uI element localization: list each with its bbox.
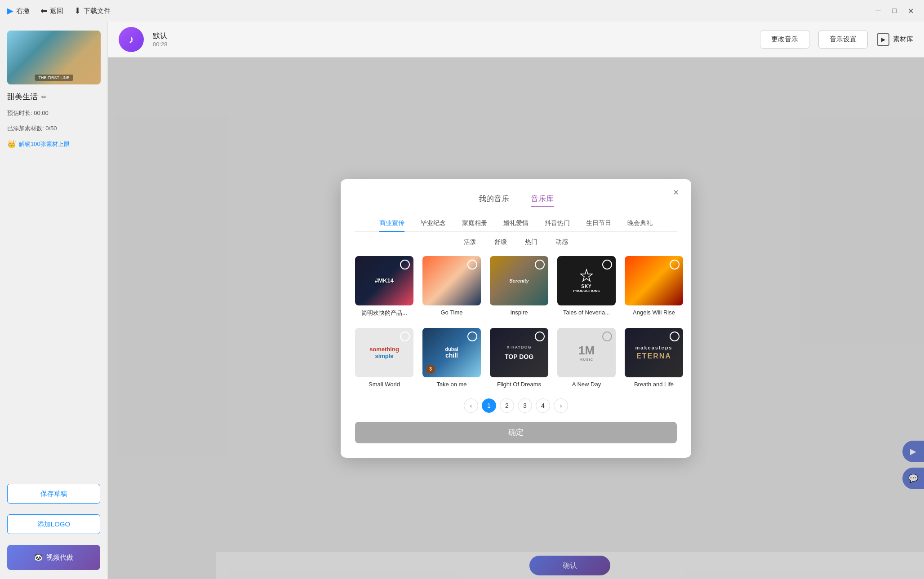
cover-8: X·RAYDOG TOP DOG	[490, 328, 548, 377]
confirm-button[interactable]: 确定	[355, 422, 677, 443]
music-icon-circle: ♪	[119, 27, 144, 52]
change-music-button[interactable]: 更改音乐	[760, 31, 809, 49]
sub-tab-hot[interactable]: 热门	[516, 235, 546, 249]
tab-music-lib[interactable]: 音乐库	[531, 194, 554, 207]
save-draft-button[interactable]: 保存草稿	[7, 484, 100, 504]
track-title-10: Breath and Life	[625, 381, 683, 388]
top-header: ♪ 默认 00:28 更改音乐 音乐设置 ▶ 素材库	[108, 22, 924, 57]
music-card-7[interactable]: dubai chill 3 Take on me	[422, 328, 481, 388]
radio-4[interactable]	[602, 260, 612, 270]
duration-label: 预估时长:	[7, 110, 32, 116]
video-agent-label: 视频代做	[46, 553, 73, 562]
next-page-button[interactable]: ›	[554, 398, 568, 413]
maximize-button[interactable]: □	[888, 4, 901, 17]
minimize-button[interactable]: ─	[872, 4, 884, 17]
cover-5	[625, 256, 683, 305]
radio-8[interactable]	[535, 331, 545, 341]
main-area: ♪ 默认 00:28 更改音乐 音乐设置 ▶ 素材库 ×	[108, 22, 924, 579]
material-lib-button[interactable]: ▶ 素材库	[877, 33, 913, 46]
track-title-1: 简明欢快的产品...	[355, 309, 413, 317]
music-settings-button[interactable]: 音乐设置	[818, 31, 868, 49]
material-lib-label: 素材库	[893, 35, 913, 44]
track-title-8: Flight Of Dreams	[490, 381, 548, 388]
thumbnail: THE FIRST LINE	[7, 31, 101, 84]
music-card-10[interactable]: makeasteps ETERNA Breath and Life	[625, 328, 683, 388]
sub-tab-soothing[interactable]: 舒缓	[485, 235, 516, 249]
cat-tab-tiktok[interactable]: 抖音热门	[537, 216, 578, 231]
cover-1: #MK14	[355, 256, 413, 305]
track-title-2: Go Time	[422, 309, 481, 316]
cover-2	[422, 256, 481, 305]
radio-2[interactable]	[467, 260, 477, 270]
music-card-1[interactable]: #MK14 简明欢快的产品...	[355, 256, 413, 317]
pagination: ‹ 1 2 3 4 ›	[355, 398, 677, 413]
cat-tab-graduation[interactable]: 毕业纪念	[413, 216, 454, 231]
page-2-button[interactable]: 2	[500, 398, 514, 413]
track-title-5: Angels Will Rise	[625, 309, 683, 316]
unlock-label: 解锁100张素材上限	[19, 140, 70, 148]
material-lib-icon: ▶	[877, 33, 889, 46]
cat-tab-family[interactable]: 家庭相册	[454, 216, 495, 231]
prev-page-button[interactable]: ‹	[464, 398, 478, 413]
radio-5[interactable]	[670, 260, 680, 270]
panda-icon: 🐼	[34, 553, 43, 561]
cat-tab-gala[interactable]: 晚会典礼	[619, 216, 661, 231]
window-controls: ─ □ ✕	[872, 4, 917, 17]
back-btn[interactable]: ⬅ 返回	[40, 6, 63, 16]
righthanded-btn[interactable]: ▶ 右撇	[7, 6, 30, 16]
video-agent-button[interactable]: 🐼 视频代做	[7, 545, 100, 570]
cat-tab-wedding[interactable]: 婚礼爱情	[495, 216, 537, 231]
back-label: 返回	[50, 7, 63, 15]
thumbnail-label: THE FIRST LINE	[35, 75, 73, 81]
cat-tab-birthday[interactable]: 生日节日	[578, 216, 619, 231]
download-btn[interactable]: ⬇ 下载文件	[74, 6, 111, 16]
music-grid-row1: #MK14 简明欢快的产品... Go Time	[355, 256, 677, 317]
modal-close-button[interactable]: ×	[670, 186, 682, 199]
music-card-3[interactable]: Serenity Inspire	[490, 256, 548, 317]
play-icon: ▶	[7, 6, 13, 16]
music-card-4[interactable]: SKY PRODUCTIONS Tales of Neverla...	[557, 256, 616, 317]
track-title-6: Small World	[355, 381, 413, 388]
music-card-9[interactable]: 1M MUSIC A New Day	[557, 328, 616, 388]
radio-6[interactable]	[400, 331, 410, 341]
edit-icon[interactable]: ✏	[41, 93, 47, 101]
righthanded-label: 右撇	[16, 7, 30, 15]
duration-value: 00:00	[34, 110, 49, 116]
back-icon: ⬅	[40, 6, 47, 16]
radio-3[interactable]	[535, 260, 545, 270]
music-grid-row2: something simple Small World dubai	[355, 328, 677, 388]
cat-tab-business[interactable]: 商业宣传	[371, 216, 413, 231]
radio-7[interactable]	[467, 331, 477, 341]
add-logo-button[interactable]: 添加LOGO	[7, 514, 100, 534]
page-4-button[interactable]: 4	[536, 398, 550, 413]
unlock-row[interactable]: 👑 解锁100张素材上限	[7, 140, 100, 148]
music-modal: × 我的音乐 音乐库 商业宣传 毕业纪念 家庭相册 婚礼爱情 抖音热门 生	[341, 179, 691, 458]
category-tabs: 商业宣传 毕业纪念 家庭相册 婚礼爱情 抖音热门 生日节日 晚会典礼	[355, 216, 677, 232]
cover-3: Serenity	[490, 256, 548, 305]
page-1-button[interactable]: 1	[482, 398, 496, 413]
music-info: 默认 00:28	[153, 31, 168, 48]
content-area: × 我的音乐 音乐库 商业宣传 毕业纪念 家庭相册 婚礼爱情 抖音热门 生	[108, 57, 924, 579]
sub-tab-lively[interactable]: 活泼	[455, 235, 485, 249]
count-info: 已添加素材数: 0/50	[7, 124, 100, 133]
radio-9[interactable]	[602, 331, 612, 341]
duration-info: 预估时长: 00:00	[7, 109, 100, 117]
music-card-8[interactable]: X·RAYDOG TOP DOG Flight Of Dreams	[490, 328, 548, 388]
track-title-3: Inspire	[490, 309, 548, 316]
tab-my-music[interactable]: 我的音乐	[479, 194, 509, 207]
sidebar: THE FIRST LINE 甜美生活 ✏ 预估时长: 00:00 已添加素材数…	[0, 22, 108, 579]
music-card-6[interactable]: something simple Small World	[355, 328, 413, 388]
music-card-5[interactable]: Angels Will Rise	[625, 256, 683, 317]
title-bar: ▶ 右撇 ⬅ 返回 ⬇ 下载文件 ─ □ ✕	[0, 0, 924, 22]
music-card-2[interactable]: Go Time	[422, 256, 481, 317]
count-value: 0/50	[45, 125, 57, 132]
sub-tab-dynamic[interactable]: 动感	[546, 235, 577, 249]
music-time: 00:28	[153, 41, 168, 48]
music-name: 默认	[153, 31, 168, 41]
crown-icon: 👑	[7, 140, 16, 148]
radio-1[interactable]	[400, 260, 410, 270]
radio-10[interactable]	[670, 331, 680, 341]
close-button[interactable]: ✕	[904, 4, 917, 17]
page-3-button[interactable]: 3	[518, 398, 532, 413]
track-title-4: Tales of Neverla...	[557, 309, 616, 316]
